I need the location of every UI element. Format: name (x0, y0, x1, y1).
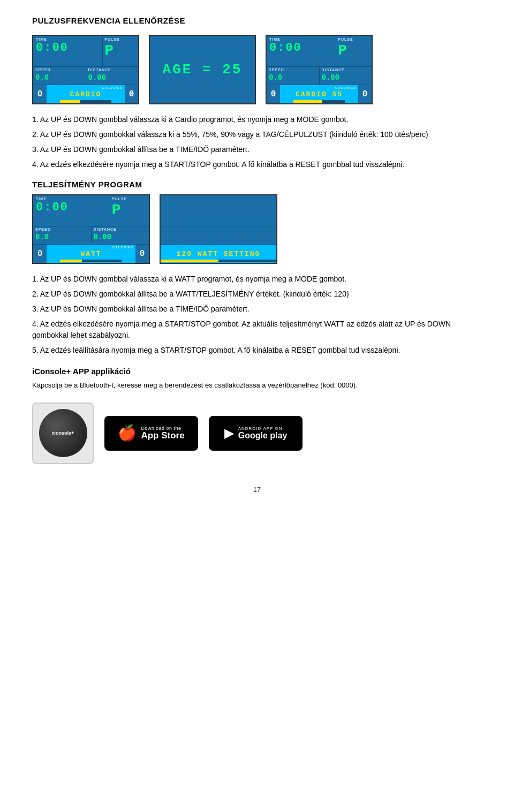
watt-calories-label-1: CALORIES (112, 246, 133, 249)
display-watt-2: 120 WATT SETTING (160, 194, 277, 264)
speed-value-3: 0.0 (269, 73, 282, 82)
watt-pulse-label-1: PULSE (112, 197, 147, 201)
time-label-1: TIME (36, 37, 100, 41)
time-value-1: 0:00 (36, 41, 69, 55)
time-area-3: TIME 0:00 (267, 36, 336, 66)
display-cardio-3: TIME 0:00 PULSE P SPEED 0.0 DISTANCE 0.0… (266, 35, 373, 104)
calories-label-1: CALORIES (102, 86, 123, 89)
watt-time-value-1: 0:00 (36, 201, 69, 214)
p-value-1: P (104, 42, 114, 59)
watt-progress-bar-1 (60, 260, 122, 262)
googleplay-icon: ▶ (224, 426, 234, 441)
watt-time-area-1: TIME 0:00 (33, 195, 110, 226)
cardio-text-1: CARDIO (70, 90, 102, 98)
dist-label-1: DISTANCE (88, 68, 137, 72)
list-item-2: 2. Az UP és DOWN gombokkal válassza ki a… (32, 129, 482, 140)
iconsole-logo-circle: iconsole+ (39, 409, 87, 457)
watt-speed-cell-1: SPEED 0.0 (33, 226, 92, 244)
watt-bottom-right-1: 0 (135, 245, 149, 263)
dist-value-1: 0.00 (88, 73, 107, 82)
watt-speed-label-1: SPEED (35, 227, 89, 231)
speed-label-1: SPEED (35, 68, 84, 72)
list2-item-4: 4. Az edzés elkezdésére nyomja meg a STA… (32, 318, 482, 341)
list2-item-5: 5. Az edzés leállítására nyomja meg a ST… (32, 345, 482, 356)
iconsole-section: iConsole+ APP applikáció Kapcsolja be a … (32, 367, 482, 464)
time-area-1: TIME 0:00 (33, 36, 102, 66)
watt-pulse-area-1: PULSE P (110, 195, 149, 226)
top-display-row: TIME 0:00 PULSE P SPEED 0.0 DISTANCE 0.0… (32, 35, 482, 104)
watt-dist-value-1: 0.00 (94, 233, 112, 241)
bottom-left-3: 0 (267, 85, 280, 103)
watt2-progress-fill (161, 260, 218, 262)
p-value-3: P (338, 42, 347, 59)
page-number: 17 (32, 485, 482, 494)
watt2-progress-bar (161, 260, 276, 262)
progress-bar-1 (60, 100, 111, 103)
dist-cell-3: DISTANCE 0.00 (320, 67, 372, 85)
cardio-text-3: CARDIO 55 (296, 90, 343, 98)
section2-title: TELJESÍTMÉNY PROGRAM (32, 180, 482, 189)
time-value-3: 0:00 (269, 41, 302, 55)
age-value: AGE = 25 (163, 62, 243, 78)
watt-speed-value-1: 0.0 (35, 233, 49, 241)
bottom-center-3: CALORIES CARDIO 55 (280, 85, 358, 103)
watt-bottom-left-1: 0 (33, 245, 47, 263)
pulse-area-3: PULSE P (336, 36, 372, 66)
appstore-badge[interactable]: 🍎 Download on the App Store (104, 416, 198, 451)
display-age: AGE = 25 (149, 35, 256, 104)
list-cardio: 1. Az UP és DOWN gombbal válassza ki a C… (32, 114, 482, 170)
watt-dist-cell-1: DISTANCE 0.00 (92, 226, 149, 244)
speed-cell-1: SPEED 0.0 (33, 67, 86, 85)
list2-item-1: 1. Az UP és DOWN gombbal válassza ki a W… (32, 274, 482, 285)
watt-time-label-1: TIME (36, 197, 107, 201)
list2-item-3: 3. Az UP és DOWN gombokkal állítsa be a … (32, 303, 482, 315)
dist-cell-1: DISTANCE 0.00 (86, 67, 139, 85)
watt-bottom-center-1: CALORIES WATT (47, 245, 135, 263)
watt-p-value-1: P (112, 202, 121, 218)
list-item-1: 1. Az UP és DOWN gombbal válassza ki a C… (32, 114, 482, 125)
list-item-4: 4. Az edzés elkezdésére nyomja meg a STA… (32, 159, 482, 170)
speed-value-1: 0.0 (35, 73, 49, 82)
pulse-label-3: PULSE (338, 37, 370, 41)
googleplay-badge[interactable]: ▶ ANDROID APP ON Google play (209, 416, 303, 451)
app-badges-row: iconsole+ 🍎 Download on the App Store ▶ … (32, 403, 482, 464)
appstore-text: Download on the App Store (141, 426, 184, 441)
speed-label-3: SPEED (269, 68, 317, 72)
apple-icon: 🍎 (118, 426, 137, 441)
appstore-store-label: App Store (141, 431, 184, 441)
googleplay-store-label: Google play (238, 431, 288, 441)
dist-value-3: 0.00 (322, 73, 340, 82)
iconsole-title: iConsole+ APP applikáció (32, 367, 482, 376)
time-label-3: TIME (269, 37, 333, 41)
progress-fill-1 (60, 100, 80, 103)
bottom-left-1: 0 (33, 85, 47, 103)
display-watt-1: TIME 0:00 PULSE P SPEED 0.0 DISTANCE 0.0… (32, 194, 150, 264)
iconsole-description: Kapcsolja be a Bluetooth-t, keresse meg … (32, 380, 482, 391)
pulse-label-1: PULSE (104, 37, 137, 41)
watt-progress-fill-1 (60, 260, 82, 262)
progress-fill-3 (293, 100, 322, 103)
page-title: PULZUSFREKVENCIA ELLENŐRZÉSE (32, 16, 482, 25)
calories-label-3: CALORIES (335, 86, 356, 89)
iconsole-logo: iconsole+ (32, 403, 94, 464)
googleplay-download-label: ANDROID APP ON (238, 426, 283, 431)
watt-dist-label-1: DISTANCE (94, 227, 147, 231)
watt-display-row: TIME 0:00 PULSE P SPEED 0.0 DISTANCE 0.0… (32, 194, 482, 264)
bottom-right-1: 0 (125, 85, 138, 103)
watt-text-1: WATT (80, 250, 101, 258)
pulse-area-1: PULSE P (102, 36, 138, 66)
iconsole-logo-text: iconsole+ (52, 430, 74, 436)
bottom-right-3: 0 (358, 85, 372, 103)
speed-cell-3: SPEED 0.0 (267, 67, 320, 85)
display-cardio-1: TIME 0:00 PULSE P SPEED 0.0 DISTANCE 0.0… (32, 35, 139, 104)
list2-item-2: 2. Az UP és DOWN gombokkal állítsa be a … (32, 289, 482, 300)
list-item-3: 3. Az UP és DOWN gombokkal állítsa be a … (32, 144, 482, 155)
bottom-center-1: CALORIES CARDIO (47, 85, 125, 103)
dist-label-3: DISTANCE (322, 68, 370, 72)
googleplay-text: ANDROID APP ON Google play (238, 426, 288, 441)
list-watt: 1. Az UP és DOWN gombbal válassza ki a W… (32, 274, 482, 356)
watt-setting-text: 120 WATT SETTING (177, 250, 261, 258)
progress-bar-3 (293, 100, 345, 103)
